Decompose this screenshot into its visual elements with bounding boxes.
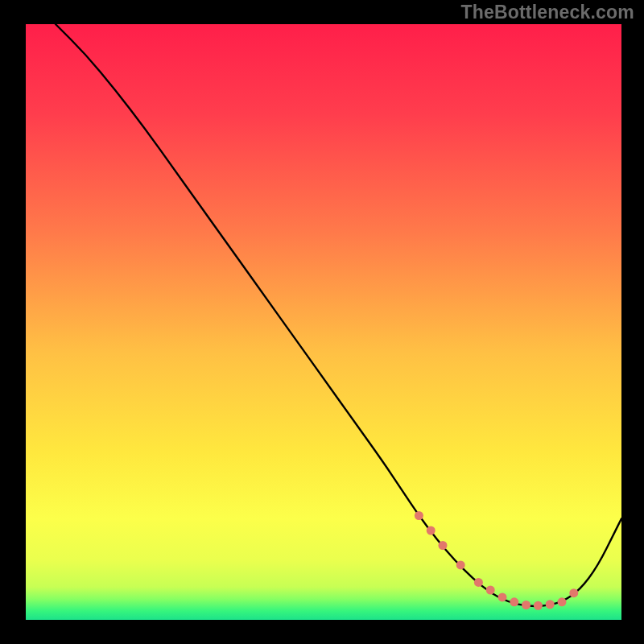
- marker-dot: [510, 597, 518, 606]
- marker-dot: [558, 597, 567, 606]
- chart-stage: TheBottleneck.com: [0, 0, 644, 644]
- marker-dot: [546, 600, 555, 609]
- marker-dot: [415, 511, 423, 520]
- marker-dot: [439, 541, 448, 550]
- plot-area: [26, 24, 621, 620]
- marker-dot: [486, 586, 495, 595]
- marker-dot: [474, 578, 483, 587]
- marker-dot: [522, 601, 530, 609]
- marker-dot: [569, 588, 578, 597]
- marker-dot: [456, 560, 465, 569]
- marker-dot: [534, 601, 543, 610]
- chart-svg: [0, 0, 644, 644]
- marker-dot: [427, 526, 436, 535]
- watermark-text: TheBottleneck.com: [460, 2, 634, 23]
- marker-dot: [498, 592, 507, 601]
